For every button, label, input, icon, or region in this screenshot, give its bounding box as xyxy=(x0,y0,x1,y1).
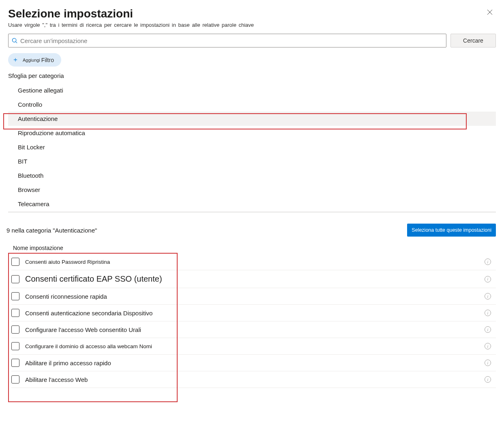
svg-point-2 xyxy=(12,38,16,42)
category-panel: Gestione allegatiControlloAutenticazione… xyxy=(8,83,496,212)
setting-row[interactable]: Consenti aiuto Password Ripristinai xyxy=(11,254,496,270)
category-item[interactable]: Telecamera xyxy=(8,197,496,211)
setting-row[interactable]: Configurare l'accesso Web consentito Ura… xyxy=(11,321,496,338)
search-icon xyxy=(12,38,18,44)
setting-label: Configurare il dominio di accesso alla w… xyxy=(25,343,485,349)
search-box[interactable] xyxy=(8,34,446,47)
setting-label: Abilitare il primo accesso rapido xyxy=(25,360,485,366)
search-input[interactable] xyxy=(20,37,443,44)
checkbox[interactable] xyxy=(11,275,19,283)
category-item[interactable]: Gestione allegati xyxy=(8,83,496,97)
setting-row[interactable]: Consenti certificato EAP SSO (utente)i xyxy=(11,270,496,288)
add-filter-prefix: Aggiungi xyxy=(23,58,40,62)
info-icon[interactable]: i xyxy=(485,343,491,349)
info-icon[interactable]: i xyxy=(485,293,491,299)
info-icon[interactable]: i xyxy=(485,376,491,383)
search-button[interactable]: Cercare xyxy=(450,34,496,47)
page-title: Selezione impostazioni xyxy=(8,7,133,20)
setting-label: Consenti aiuto Password Ripristina xyxy=(25,259,485,265)
checkbox[interactable] xyxy=(11,342,19,350)
browse-label: Sfoglia per categoria xyxy=(8,72,496,79)
checkbox[interactable] xyxy=(11,375,19,384)
add-filter-label: Filtro xyxy=(41,57,54,63)
info-icon[interactable]: i xyxy=(485,360,491,366)
column-header-name: Nome impostazione xyxy=(13,245,496,251)
setting-row[interactable]: Configurare il dominio di accesso alla w… xyxy=(11,338,496,355)
category-item[interactable]: Autenticazione xyxy=(8,112,496,126)
info-icon[interactable]: i xyxy=(485,259,491,265)
setting-label: Abilitare l'accesso Web xyxy=(25,376,485,383)
setting-row[interactable]: Consenti riconnessione rapidai xyxy=(11,288,496,305)
info-icon[interactable]: i xyxy=(485,276,491,282)
setting-label: Consenti certificato EAP SSO (utente) xyxy=(25,274,485,284)
results-count: 9 nella categoria "Autenticazione" xyxy=(6,227,97,234)
checkbox[interactable] xyxy=(11,325,19,334)
svg-line-3 xyxy=(16,41,17,43)
checkbox[interactable] xyxy=(11,309,19,317)
setting-row[interactable]: Consenti autenticazione secondaria Dispo… xyxy=(11,305,496,321)
info-icon[interactable]: i xyxy=(485,326,491,333)
checkbox[interactable] xyxy=(11,359,19,367)
category-list[interactable]: Gestione allegatiControlloAutenticazione… xyxy=(8,83,496,212)
setting-row[interactable]: Abilitare il primo accesso rapidoi xyxy=(11,355,496,371)
category-item[interactable]: BIT xyxy=(8,154,496,168)
category-item[interactable]: Controllo xyxy=(8,97,496,112)
subtitle-text: Usare virgole "," tra i termini di ricer… xyxy=(8,22,496,28)
category-item[interactable]: Riproduzione automatica xyxy=(8,126,496,140)
category-item[interactable]: Bluetooth xyxy=(8,168,496,183)
checkbox[interactable] xyxy=(11,292,19,300)
category-item[interactable]: Browser xyxy=(8,183,496,197)
setting-label: Consenti autenticazione secondaria Dispo… xyxy=(25,310,485,317)
info-icon[interactable]: i xyxy=(485,310,491,316)
close-icon xyxy=(487,9,493,15)
setting-label: Consenti riconnessione rapida xyxy=(25,293,485,300)
close-button[interactable] xyxy=(484,7,496,18)
plus-icon: ＋ xyxy=(12,56,19,64)
setting-row[interactable]: Abilitare l'accesso Webi xyxy=(11,371,496,388)
category-item[interactable]: Bit Locker xyxy=(8,140,496,154)
settings-list[interactable]: Consenti aiuto Password RipristinaiConse… xyxy=(11,254,496,412)
add-filter-button[interactable]: ＋ Aggiungi Filtro xyxy=(8,53,61,67)
checkbox[interactable] xyxy=(11,258,19,266)
setting-label: Configurare l'accesso Web consentito Ura… xyxy=(25,326,485,333)
select-all-button[interactable]: Seleziona tutte queste impostazioni xyxy=(407,224,496,237)
